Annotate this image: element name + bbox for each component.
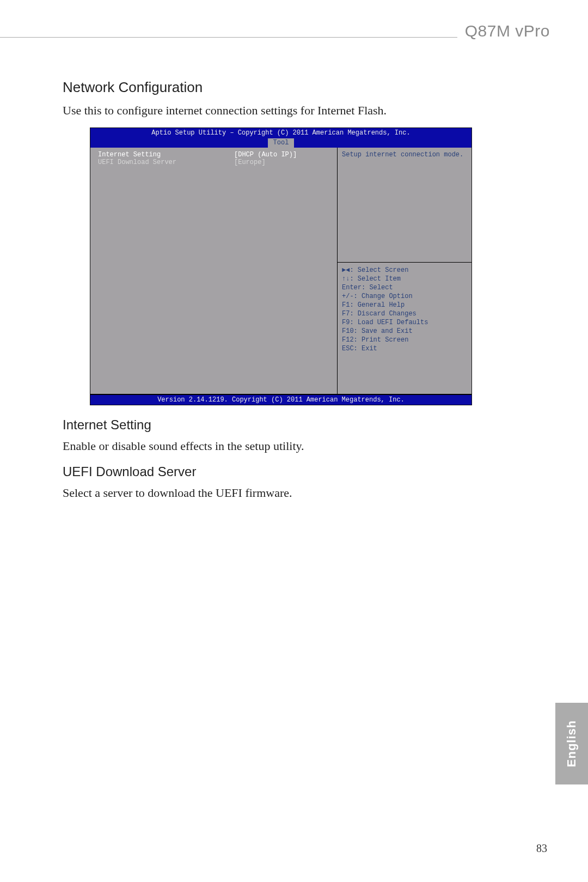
- bios-nav-line: F1: General Help: [342, 301, 467, 309]
- section-title-network-configuration: Network Configuration: [63, 79, 536, 96]
- header-rule: [0, 37, 457, 38]
- section-intro: Use this to configure internet connectio…: [63, 104, 536, 118]
- bios-help-separator: [338, 262, 471, 263]
- subsection-body-uefi-download-server: Select a server to download the UEFI fir…: [63, 486, 536, 500]
- bios-help-text: Setup internet connection mode.: [342, 151, 467, 260]
- bios-settings-pane: Internet Setting [DHCP (Auto IP)] UEFI D…: [90, 148, 338, 394]
- bios-nav-line: F10: Save and Exit: [342, 327, 467, 336]
- subsection-title-uefi-download-server: UEFI Download Server: [63, 464, 536, 479]
- bios-nav-line: F9: Load UEFI Defaults: [342, 318, 467, 327]
- bios-value: [DHCP (Auto IP)]: [234, 151, 297, 159]
- bios-nav-line: ESC: Exit: [342, 344, 467, 353]
- subsection-title-internet-setting: Internet Setting: [63, 417, 536, 433]
- bios-row-uefi-download-server: UEFI Download Server [Europe]: [98, 159, 332, 166]
- subsection-body-internet-setting: Enable or disable sound effects in the s…: [63, 439, 536, 453]
- header-product-name: Q87M vPro: [465, 22, 550, 40]
- language-tab-english: English: [555, 703, 588, 784]
- bios-nav-line: Enter: Select: [342, 283, 467, 292]
- bios-nav-line: F7: Discard Changes: [342, 309, 467, 318]
- bios-value: [Europe]: [234, 159, 266, 166]
- bios-title-bar: Aptio Setup Utility – Copyright (C) 2011…: [90, 128, 471, 138]
- bios-nav-line: ↑↓: Select Item: [342, 275, 467, 283]
- bios-row-internet-setting: Internet Setting [DHCP (Auto IP)]: [98, 151, 332, 159]
- language-tab-label: English: [565, 720, 579, 767]
- bios-footer-bar: Version 2.14.1219. Copyright (C) 2011 Am…: [90, 395, 471, 405]
- bios-tab-row: Tool: [90, 138, 471, 148]
- bios-tab-tool: Tool: [268, 138, 295, 148]
- bios-nav-legend: ►◄: Select Screen ↑↓: Select Item Enter:…: [342, 266, 467, 353]
- bios-label: Internet Setting: [98, 151, 234, 159]
- bios-nav-line: +/-: Change Option: [342, 292, 467, 301]
- page-number: 83: [536, 842, 547, 855]
- bios-nav-line: ►◄: Select Screen: [342, 266, 467, 275]
- bios-screenshot: Aptio Setup Utility – Copyright (C) 2011…: [90, 127, 472, 405]
- bios-help-pane: Setup internet connection mode. ►◄: Sele…: [338, 148, 471, 394]
- bios-nav-line: F12: Print Screen: [342, 336, 467, 344]
- bios-label: UEFI Download Server: [98, 159, 234, 166]
